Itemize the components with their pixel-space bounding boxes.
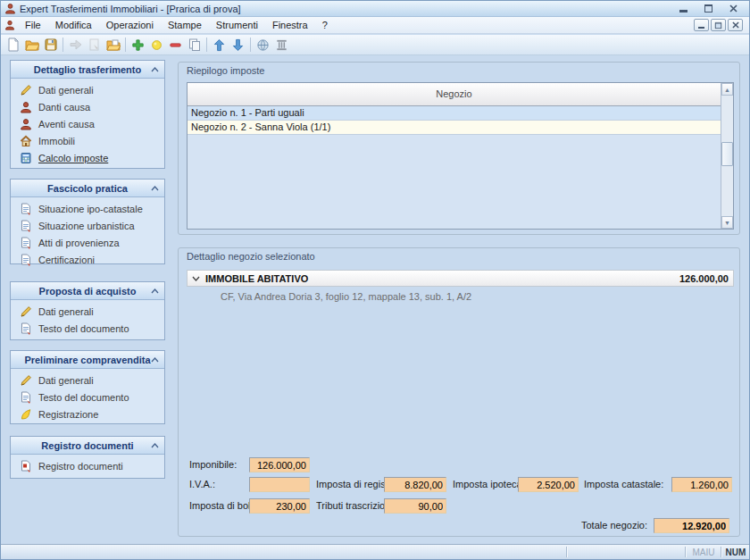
house-icon [20, 135, 32, 147]
negozio-column-header[interactable]: Negozio [188, 83, 721, 106]
new-document-icon[interactable] [4, 36, 22, 54]
imposta-bollo-field[interactable] [249, 498, 310, 514]
panel-header-registro-documenti[interactable]: Registro documenti [11, 437, 164, 455]
save-icon[interactable] [41, 36, 60, 54]
mdi-window-controls [694, 19, 746, 31]
open-practice-icon[interactable] [104, 36, 122, 54]
iva-field[interactable] [249, 477, 310, 492]
pencil-icon [20, 84, 32, 96]
menu-operazioni[interactable]: Operazioni [100, 18, 160, 32]
export-document-icon [85, 36, 104, 54]
toolbar-separator [250, 38, 251, 52]
mdi-minimize-icon[interactable] [694, 19, 709, 31]
immobile-header-row[interactable]: IMMOBILE ABITATIVO 126.000,00 [187, 270, 734, 287]
sidebar-item-aventi-causa[interactable]: Aventi causa [11, 115, 164, 132]
chevron-up-icon[interactable] [151, 288, 159, 294]
panel-title: Proposta di acquisto [39, 286, 137, 297]
scroll-up-icon[interactable]: ▲ [721, 83, 733, 96]
toolbar-separator [206, 38, 207, 52]
caps-lock-indicator: MAIU [687, 545, 721, 560]
chevron-up-icon[interactable] [151, 357, 159, 363]
sidebar-item-registro-documenti[interactable]: Registro documenti [11, 457, 164, 474]
mdi-close-icon[interactable] [728, 19, 743, 31]
sidebar-item-situazione-urbanistica[interactable]: Situazione urbanistica [11, 217, 164, 234]
open-folder-icon[interactable] [22, 36, 41, 54]
tributi-trascrizione-field[interactable] [384, 498, 446, 514]
scrollbar-thumb[interactable] [721, 142, 733, 166]
add-icon[interactable] [129, 36, 147, 54]
move-down-icon[interactable] [229, 36, 247, 54]
sidebar-item-immobili[interactable]: Immobili [11, 132, 164, 149]
web-help-icon[interactable] [254, 36, 272, 54]
imposta-catastale-field[interactable] [671, 477, 732, 492]
chevron-up-icon[interactable] [151, 186, 159, 191]
chevron-up-icon[interactable] [151, 443, 159, 448]
document-icon [20, 391, 32, 404]
panel-header-fascicolo-pratica[interactable]: Fascicolo pratica [11, 180, 164, 197]
sidebar-item-danti-causa[interactable]: Danti causa [11, 98, 164, 115]
sidebar-item-situazione-ipo-catastale[interactable]: Situazione ipo-catastale [11, 200, 164, 217]
chevron-up-icon[interactable] [151, 67, 159, 72]
sidebar-item-registrazione[interactable]: Registrazione [11, 405, 164, 422]
menu-modifica[interactable]: Modifica [49, 18, 98, 32]
panel-header-preliminare-compravendita[interactable]: Preliminare compravendita [11, 351, 164, 369]
negozio-table: Negozio Negozio n. 1 - Parti uguali Nego… [187, 82, 734, 230]
group-dettaglio-negozio: Dettaglio negozio selezionato IMMOBILE A… [178, 247, 740, 537]
restore-icon[interactable] [703, 4, 713, 14]
copy-icon[interactable] [185, 36, 204, 54]
sidebar-item-preliminare-testo-documento[interactable]: Testo del documento [11, 389, 164, 405]
toolbar-separator [62, 38, 63, 52]
num-lock-indicator: NUM [722, 545, 749, 560]
panel-proposta-di-acquisto: Proposta di acquisto Dati generali Testo… [10, 281, 165, 340]
group-riepilogo-imposte: Riepilogo imposte Negozio Negozio n. 1 -… [178, 62, 740, 235]
table-row[interactable]: Negozio n. 1 - Parti uguali [188, 106, 721, 121]
panel-title: Dettaglio trasferimento [34, 64, 141, 75]
sidebar-item-calcolo-imposte[interactable]: Calcolo imposte [11, 149, 164, 166]
iva-label: I.V.A.: [189, 477, 215, 492]
move-up-icon[interactable] [210, 36, 229, 54]
panel-header-proposta-di-acquisto[interactable]: Proposta di acquisto [11, 282, 164, 300]
archive-column-icon[interactable] [272, 36, 291, 54]
sidebar-item-preliminare-dati-generali[interactable]: Dati generali [11, 372, 164, 389]
menu-finestra[interactable]: Finestra [266, 18, 314, 32]
totale-negozio-field[interactable] [654, 518, 729, 533]
chevron-down-icon[interactable] [192, 276, 200, 281]
app-window: Expert Trasferimenti Immobiliari - [Prar… [0, 0, 750, 560]
scroll-down-icon[interactable]: ▼ [721, 216, 733, 229]
imposta-ipotecaria-field[interactable] [518, 477, 579, 492]
imposta-registro-field[interactable] [384, 477, 446, 492]
menu-help[interactable]: ? [316, 18, 334, 32]
imponibile-label: Imponibile: [189, 457, 237, 472]
window-controls [678, 4, 746, 14]
sidebar-item-proposta-testo-documento[interactable]: Testo del documento [11, 320, 164, 337]
sidebar-item-dati-generali[interactable]: Dati generali [11, 81, 164, 98]
table-row[interactable]: Negozio n. 2 - Sanna Viola (1/1) [188, 121, 721, 135]
sidebar-item-atti-di-provenienza[interactable]: Atti di provenienza [11, 234, 164, 251]
delete-icon[interactable] [166, 36, 185, 54]
menubar: File Modifica Operazioni Stampe Strument… [1, 17, 749, 34]
import-icon [66, 36, 85, 54]
panel-dettaglio-trasferimento: Dettaglio trasferimento Dati generali Da… [10, 60, 165, 169]
mdi-restore-icon[interactable] [711, 19, 726, 31]
immobile-title: IMMOBILE ABITATIVO [205, 273, 308, 284]
imponibile-field[interactable] [249, 457, 310, 472]
sidebar-item-certificazioni[interactable]: Certificazioni [11, 251, 164, 268]
minimize-icon[interactable] [678, 4, 688, 14]
edit-icon[interactable] [147, 36, 166, 54]
menu-stampe[interactable]: Stampe [162, 18, 208, 32]
panel-preliminare-compravendita: Preliminare compravendita Dati generali … [10, 350, 165, 424]
content-area: Dettaglio trasferimento Dati generali Da… [1, 55, 749, 544]
menu-file[interactable]: File [19, 18, 47, 32]
group-title: Dettaglio negozio selezionato [187, 251, 315, 262]
sidebar-item-proposta-dati-generali[interactable]: Dati generali [11, 303, 164, 320]
close-icon[interactable] [728, 4, 738, 14]
menu-strumenti[interactable]: Strumenti [210, 18, 264, 32]
register-document-icon [20, 460, 32, 472]
table-scrollbar[interactable]: ▲ ▼ [721, 83, 733, 229]
document-icon [20, 254, 32, 266]
totale-negozio-label: Totale negozio: [520, 518, 647, 533]
panel-header-dettaglio-trasferimento[interactable]: Dettaglio trasferimento [11, 61, 164, 79]
app-icon [4, 3, 16, 14]
statusbar-divider [721, 547, 721, 557]
mdi-child-icon [4, 20, 15, 30]
